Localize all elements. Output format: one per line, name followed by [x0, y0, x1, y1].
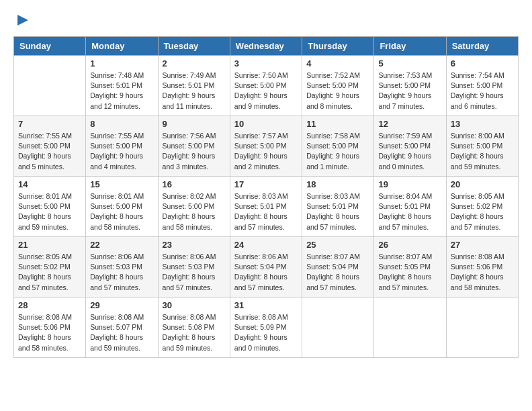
day-number: 8 [90, 119, 153, 129]
day-number: 16 [163, 179, 226, 189]
calendar-cell [446, 298, 518, 358]
calendar-cell [302, 298, 374, 358]
col-header-monday: Monday [86, 37, 158, 56]
calendar-cell: 26Sunrise: 8:07 AMSunset: 5:05 PMDayligh… [374, 237, 446, 298]
calendar-week-row: 7Sunrise: 7:55 AMSunset: 5:00 PMDaylight… [14, 116, 519, 177]
day-number: 6 [451, 58, 514, 68]
cell-content: Sunrise: 8:08 AMSunset: 5:06 PMDaylight:… [18, 312, 81, 353]
col-header-sunday: Sunday [14, 37, 86, 56]
calendar-week-row: 14Sunrise: 8:01 AMSunset: 5:00 PMDayligh… [14, 177, 519, 237]
cell-content: Sunrise: 7:55 AMSunset: 5:00 PMDaylight:… [90, 131, 153, 172]
calendar-cell: 2Sunrise: 7:49 AMSunset: 5:01 PMDaylight… [158, 56, 230, 116]
cell-content: Sunrise: 8:08 AMSunset: 5:08 PMDaylight:… [163, 312, 226, 353]
cell-content: Sunrise: 8:04 AMSunset: 5:01 PMDaylight:… [378, 191, 441, 232]
cell-content: Sunrise: 8:05 AMSunset: 5:02 PMDaylight:… [451, 191, 514, 232]
day-number: 23 [163, 240, 226, 250]
calendar-cell [14, 56, 86, 116]
header [13, 13, 519, 30]
cell-content: Sunrise: 7:55 AMSunset: 5:00 PMDaylight:… [18, 131, 81, 172]
calendar-cell: 25Sunrise: 8:07 AMSunset: 5:04 PMDayligh… [302, 237, 374, 298]
day-number: 21 [18, 240, 81, 250]
calendar-cell: 22Sunrise: 8:06 AMSunset: 5:03 PMDayligh… [86, 237, 158, 298]
calendar-cell: 24Sunrise: 8:06 AMSunset: 5:04 PMDayligh… [230, 237, 302, 298]
cell-content: Sunrise: 7:56 AMSunset: 5:00 PMDaylight:… [163, 131, 226, 172]
cell-content: Sunrise: 8:03 AMSunset: 5:01 PMDaylight:… [234, 191, 298, 232]
cell-content: Sunrise: 7:49 AMSunset: 5:01 PMDaylight:… [163, 71, 226, 111]
cell-content: Sunrise: 8:01 AMSunset: 5:00 PMDaylight:… [18, 191, 81, 232]
calendar-cell: 27Sunrise: 8:08 AMSunset: 5:06 PMDayligh… [446, 237, 518, 298]
day-number: 26 [378, 240, 441, 250]
day-number: 28 [18, 300, 81, 310]
calendar-cell: 20Sunrise: 8:05 AMSunset: 5:02 PMDayligh… [446, 177, 518, 237]
calendar-table: SundayMondayTuesdayWednesdayThursdayFrid… [13, 36, 519, 358]
day-number: 22 [90, 240, 153, 250]
cell-content: Sunrise: 8:07 AMSunset: 5:04 PMDaylight:… [306, 252, 369, 293]
calendar-cell: 6Sunrise: 7:54 AMSunset: 5:00 PMDaylight… [446, 56, 518, 116]
calendar-cell: 8Sunrise: 7:55 AMSunset: 5:00 PMDaylight… [86, 116, 158, 177]
col-header-saturday: Saturday [446, 37, 518, 56]
day-number: 17 [234, 179, 298, 189]
day-number: 10 [234, 119, 298, 129]
calendar-cell: 17Sunrise: 8:03 AMSunset: 5:01 PMDayligh… [230, 177, 302, 237]
day-number: 1 [90, 58, 153, 68]
calendar-cell: 21Sunrise: 8:05 AMSunset: 5:02 PMDayligh… [14, 237, 86, 298]
day-number: 15 [90, 179, 153, 189]
cell-content: Sunrise: 8:05 AMSunset: 5:02 PMDaylight:… [18, 252, 81, 293]
cell-content: Sunrise: 7:48 AMSunset: 5:01 PMDaylight:… [90, 71, 153, 111]
cell-content: Sunrise: 8:08 AMSunset: 5:09 PMDaylight:… [234, 312, 298, 353]
day-number: 18 [306, 179, 369, 189]
cell-content: Sunrise: 8:00 AMSunset: 5:00 PMDaylight:… [451, 131, 514, 172]
calendar-week-row: 21Sunrise: 8:05 AMSunset: 5:02 PMDayligh… [14, 237, 519, 298]
day-number: 9 [163, 119, 226, 129]
calendar-cell [374, 298, 446, 358]
cell-content: Sunrise: 8:08 AMSunset: 5:07 PMDaylight:… [90, 312, 153, 353]
day-number: 13 [451, 119, 514, 129]
cell-content: Sunrise: 8:06 AMSunset: 5:04 PMDaylight:… [234, 252, 298, 293]
day-number: 14 [18, 179, 81, 189]
cell-content: Sunrise: 7:57 AMSunset: 5:00 PMDaylight:… [234, 131, 298, 172]
day-number: 29 [90, 300, 153, 310]
cell-content: Sunrise: 8:06 AMSunset: 5:03 PMDaylight:… [163, 252, 226, 293]
calendar-header-row: SundayMondayTuesdayWednesdayThursdayFrid… [14, 37, 519, 56]
calendar-cell: 14Sunrise: 8:01 AMSunset: 5:00 PMDayligh… [14, 177, 86, 237]
cell-content: Sunrise: 7:58 AMSunset: 5:00 PMDaylight:… [306, 131, 369, 172]
calendar-cell: 15Sunrise: 8:01 AMSunset: 5:00 PMDayligh… [86, 177, 158, 237]
cell-content: Sunrise: 8:03 AMSunset: 5:01 PMDaylight:… [306, 191, 369, 232]
calendar-cell: 9Sunrise: 7:56 AMSunset: 5:00 PMDaylight… [158, 116, 230, 177]
day-number: 19 [378, 179, 441, 189]
calendar-cell: 18Sunrise: 8:03 AMSunset: 5:01 PMDayligh… [302, 177, 374, 237]
day-number: 20 [451, 179, 514, 189]
calendar-cell: 29Sunrise: 8:08 AMSunset: 5:07 PMDayligh… [86, 298, 158, 358]
svg-marker-0 [17, 15, 28, 26]
calendar-cell: 19Sunrise: 8:04 AMSunset: 5:01 PMDayligh… [374, 177, 446, 237]
day-number: 2 [163, 58, 226, 68]
calendar-cell: 11Sunrise: 7:58 AMSunset: 5:00 PMDayligh… [302, 116, 374, 177]
logo [13, 13, 32, 30]
day-number: 3 [234, 58, 298, 68]
cell-content: Sunrise: 7:59 AMSunset: 5:00 PMDaylight:… [378, 131, 441, 172]
cell-content: Sunrise: 8:02 AMSunset: 5:00 PMDaylight:… [163, 191, 226, 232]
calendar-cell: 13Sunrise: 8:00 AMSunset: 5:00 PMDayligh… [446, 116, 518, 177]
calendar-cell: 7Sunrise: 7:55 AMSunset: 5:00 PMDaylight… [14, 116, 86, 177]
col-header-friday: Friday [374, 37, 446, 56]
calendar-cell: 1Sunrise: 7:48 AMSunset: 5:01 PMDaylight… [86, 56, 158, 116]
col-header-tuesday: Tuesday [158, 37, 230, 56]
calendar-cell: 16Sunrise: 8:02 AMSunset: 5:00 PMDayligh… [158, 177, 230, 237]
col-header-thursday: Thursday [302, 37, 374, 56]
day-number: 12 [378, 119, 441, 129]
day-number: 11 [306, 119, 369, 129]
cell-content: Sunrise: 8:01 AMSunset: 5:00 PMDaylight:… [90, 191, 153, 232]
calendar-cell: 3Sunrise: 7:50 AMSunset: 5:00 PMDaylight… [230, 56, 302, 116]
calendar-cell: 10Sunrise: 7:57 AMSunset: 5:00 PMDayligh… [230, 116, 302, 177]
day-number: 5 [378, 58, 441, 68]
calendar-cell: 28Sunrise: 8:08 AMSunset: 5:06 PMDayligh… [14, 298, 86, 358]
cell-content: Sunrise: 7:54 AMSunset: 5:00 PMDaylight:… [451, 71, 514, 111]
cell-content: Sunrise: 8:06 AMSunset: 5:03 PMDaylight:… [90, 252, 153, 293]
calendar-cell: 5Sunrise: 7:53 AMSunset: 5:00 PMDaylight… [374, 56, 446, 116]
day-number: 25 [306, 240, 369, 250]
cell-content: Sunrise: 7:53 AMSunset: 5:00 PMDaylight:… [378, 71, 441, 111]
calendar-week-row: 28Sunrise: 8:08 AMSunset: 5:06 PMDayligh… [14, 298, 519, 358]
calendar-cell: 4Sunrise: 7:52 AMSunset: 5:00 PMDaylight… [302, 56, 374, 116]
day-number: 27 [451, 240, 514, 250]
day-number: 24 [234, 240, 298, 250]
